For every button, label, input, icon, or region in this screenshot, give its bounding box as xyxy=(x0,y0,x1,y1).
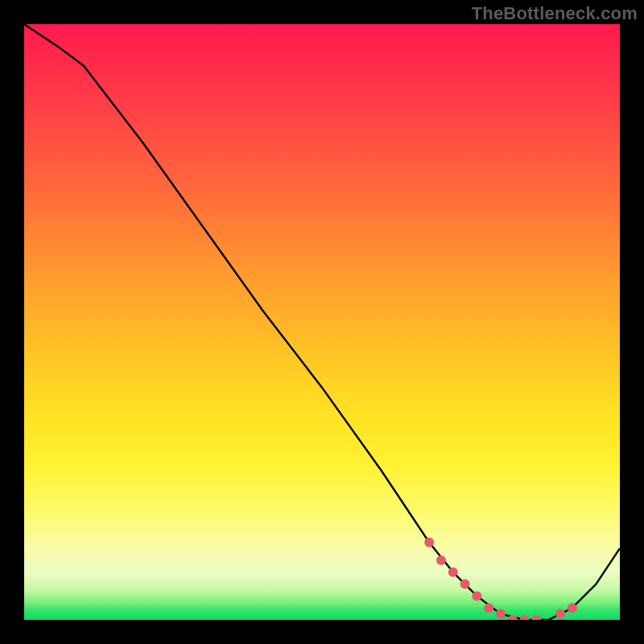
bottleneck-curve xyxy=(24,24,620,620)
curve-layer xyxy=(24,24,620,620)
marker-dot xyxy=(484,603,493,613)
plot-area xyxy=(24,24,620,620)
marker-dot xyxy=(460,580,470,589)
marker-dot xyxy=(555,609,565,619)
marker-dot xyxy=(448,568,458,577)
marker-dot xyxy=(496,609,506,619)
watermark-text: TheBottleneck.com xyxy=(472,3,638,24)
marker-dot xyxy=(472,591,481,601)
marker-dot xyxy=(436,555,446,565)
marker-dot xyxy=(568,603,577,613)
marker-dot xyxy=(520,615,530,620)
chart-frame: TheBottleneck.com xyxy=(0,0,644,644)
marker-dot xyxy=(424,538,434,547)
marker-dot xyxy=(531,615,541,620)
marker-group xyxy=(424,538,577,620)
